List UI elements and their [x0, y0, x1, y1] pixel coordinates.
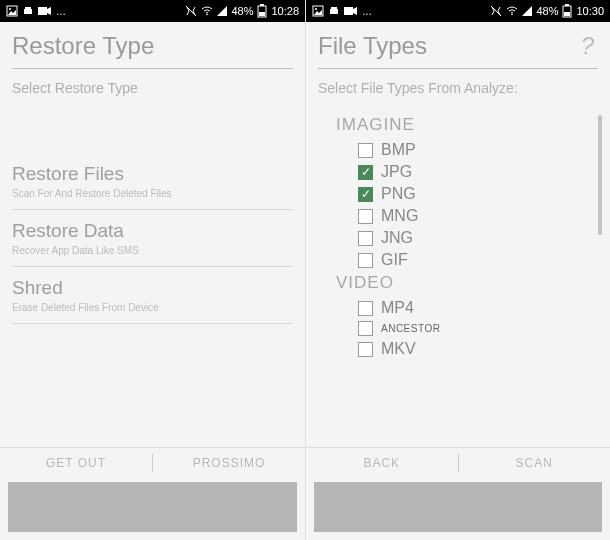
ft-label: MNG [381, 207, 418, 225]
svg-rect-12 [330, 9, 338, 14]
checkbox[interactable] [358, 342, 373, 357]
battery-icon [562, 4, 572, 18]
checkbox[interactable] [358, 143, 373, 158]
svg-rect-3 [25, 7, 31, 9]
file-type-list: IMAGINE BMP ✓JPG ✓PNG MNG JNG GIF VIDEO … [306, 113, 610, 441]
status-dots: … [56, 6, 66, 17]
svg-rect-9 [259, 12, 265, 16]
bottom-bar: BACK SCAN [306, 441, 610, 540]
ad-banner[interactable] [8, 482, 297, 532]
checkbox[interactable] [358, 253, 373, 268]
camera-icon [344, 6, 358, 16]
svg-rect-19 [564, 12, 570, 16]
option-shred[interactable]: Shred Erase Deleted Files From Device [12, 267, 293, 324]
ft-label: PNG [381, 185, 416, 203]
scrollbar[interactable] [598, 115, 602, 235]
option-desc: Scan For And Restore Deleted Files [12, 188, 293, 199]
option-title: Restore Data [12, 220, 293, 242]
status-bar: … 48% 10:28 [0, 0, 305, 22]
prossimo-button[interactable]: PROSSIMO [153, 448, 305, 478]
option-desc: Erase Deleted Files From Device [12, 302, 293, 313]
status-dots: … [362, 6, 372, 17]
vibrate-icon [185, 5, 197, 17]
divider [318, 68, 598, 69]
battery-text: 48% [536, 5, 558, 17]
checkbox[interactable] [358, 301, 373, 316]
image-icon [312, 5, 324, 17]
screen-file-types: … 48% 10:30 File Types ? Select File Typ… [305, 0, 610, 540]
ft-jng[interactable]: JNG [336, 227, 592, 249]
svg-rect-2 [24, 9, 32, 14]
ft-mkv[interactable]: MKV [336, 338, 592, 360]
checkbox[interactable] [358, 231, 373, 246]
screen-restore-type: … 48% 10:28 Restore Type Select Restore … [0, 0, 305, 540]
svg-rect-8 [260, 4, 264, 6]
svg-rect-18 [565, 4, 569, 6]
bottom-bar: GET OUT PROSSIMO [0, 441, 305, 540]
image-icon [6, 5, 18, 17]
restore-options: Restore Files Scan For And Restore Delet… [0, 153, 305, 324]
group-video: VIDEO [336, 273, 592, 293]
help-icon[interactable]: ? [581, 32, 598, 60]
get-out-button[interactable]: GET OUT [0, 448, 152, 478]
option-title: Restore Files [12, 163, 293, 185]
status-bar: … 48% 10:30 [306, 0, 610, 22]
ft-mng[interactable]: MNG [336, 205, 592, 227]
ft-gif[interactable]: GIF [336, 249, 592, 271]
checkbox[interactable] [358, 321, 373, 336]
ft-label: MKV [381, 340, 416, 358]
print-icon [22, 5, 34, 17]
ft-bmp[interactable]: BMP [336, 139, 592, 161]
clock-text: 10:28 [271, 5, 299, 17]
svg-point-1 [9, 8, 11, 10]
ft-mp4[interactable]: MP4 [336, 297, 592, 319]
ft-label: GIF [381, 251, 408, 269]
header: Restore Type [0, 22, 305, 64]
option-desc: Recover App Data Like SMS [12, 245, 293, 256]
svg-rect-13 [331, 7, 337, 9]
ft-png[interactable]: ✓PNG [336, 183, 592, 205]
wifi-icon [201, 6, 213, 16]
svg-point-16 [512, 14, 514, 16]
option-restore-data[interactable]: Restore Data Recover App Data Like SMS [12, 210, 293, 267]
option-title: Shred [12, 277, 293, 299]
scan-button[interactable]: SCAN [459, 448, 611, 478]
divider [12, 68, 293, 69]
ft-label: JPG [381, 163, 412, 181]
svg-point-11 [315, 8, 317, 10]
page-title: File Types [318, 32, 427, 60]
page-title: Restore Type [12, 32, 154, 60]
signal-icon [217, 6, 227, 16]
checkbox[interactable]: ✓ [358, 187, 373, 202]
ft-label: JNG [381, 229, 413, 247]
clock-text: 10:30 [576, 5, 604, 17]
svg-rect-4 [38, 7, 47, 15]
svg-rect-14 [344, 7, 353, 15]
group-imagine: IMAGINE [336, 115, 592, 135]
option-restore-files[interactable]: Restore Files Scan For And Restore Delet… [12, 153, 293, 210]
ad-banner[interactable] [314, 482, 602, 532]
camera-icon [38, 6, 52, 16]
svg-point-6 [207, 14, 209, 16]
signal-icon [522, 6, 532, 16]
page-subtitle: Select Restore Type [0, 79, 305, 113]
checkbox[interactable]: ✓ [358, 165, 373, 180]
ft-label: BMP [381, 141, 416, 159]
battery-text: 48% [231, 5, 253, 17]
ft-label: MP4 [381, 299, 414, 317]
ft-label: ANCESTOR [381, 323, 440, 334]
checkbox[interactable] [358, 209, 373, 224]
print-icon [328, 5, 340, 17]
ft-jpg[interactable]: ✓JPG [336, 161, 592, 183]
back-button[interactable]: BACK [306, 448, 458, 478]
wifi-icon [506, 6, 518, 16]
vibrate-icon [490, 5, 502, 17]
battery-icon [257, 4, 267, 18]
ft-ancestor[interactable]: ANCESTOR [336, 319, 592, 338]
page-subtitle: Select File Types From Analyze: [306, 79, 610, 113]
header: File Types ? [306, 22, 610, 64]
